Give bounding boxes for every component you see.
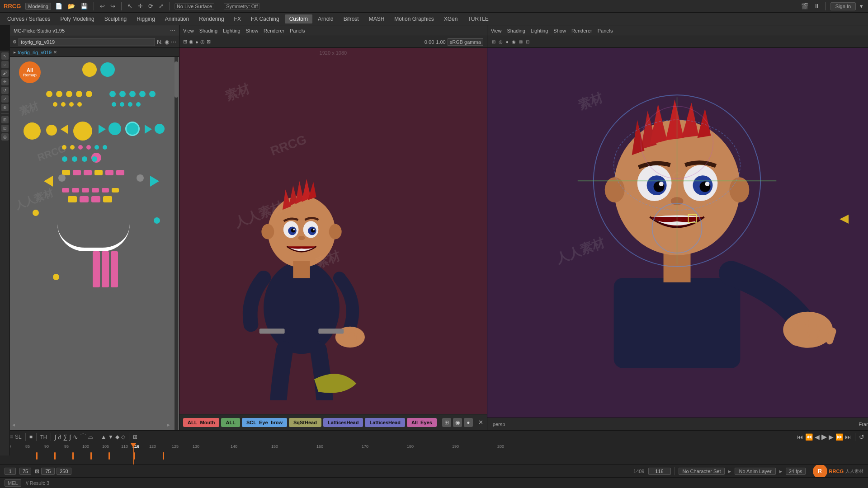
rotate-tool-icon[interactable]: ↺: [1, 87, 9, 94]
menu-item-xgen[interactable]: XGen: [439, 14, 462, 23]
tab-all-mouth[interactable]: ALL_Mouth: [183, 418, 219, 427]
large-dot-left[interactable]: [24, 122, 41, 140]
picker-canvas[interactable]: 素材 RRCG 人人素材 All Remap: [10, 57, 179, 430]
pink-col-2[interactable]: [102, 251, 109, 287]
picker-scroll-left[interactable]: ◂: [12, 422, 15, 428]
right-mid-dot[interactable]: [137, 174, 144, 182]
fd-2[interactable]: [73, 170, 81, 175]
ld-6[interactable]: [112, 188, 119, 192]
sdot-c11[interactable]: [103, 145, 107, 150]
menu-item-turtle[interactable]: TURTLE: [463, 14, 493, 23]
tl-icon-stop[interactable]: ■: [29, 434, 33, 440]
ld-2[interactable]: [72, 188, 79, 192]
tl-icon-3[interactable]: SL: [15, 434, 22, 440]
yellow-bot-dot[interactable]: [53, 274, 59, 280]
small-yellow-dot[interactable]: [33, 210, 39, 216]
picker-scrollbar-thumb[interactable]: [175, 61, 178, 98]
mode-selector[interactable]: Modeling: [25, 3, 51, 10]
select-tool-icon[interactable]: ↖: [1, 52, 9, 60]
dot-y2[interactable]: [56, 91, 62, 97]
tl-curve-6[interactable]: ⌒: [80, 433, 86, 441]
cv-tool-5[interactable]: ⊠: [207, 39, 211, 45]
small-center-circle[interactable]: [58, 174, 66, 182]
cv-panels-menu[interactable]: Panels: [290, 28, 305, 33]
transport-prev-key[interactable]: ⏪: [805, 433, 813, 441]
color-yellow-btn[interactable]: [82, 62, 97, 77]
cbot-2[interactable]: [72, 156, 77, 162]
dot-c5[interactable]: [149, 91, 156, 97]
ld-1[interactable]: [62, 188, 69, 192]
center-large-dot[interactable]: [73, 122, 92, 141]
rig-tree-label[interactable]: toyrig_rig_v019: [18, 50, 52, 55]
dot-c3[interactable]: [129, 91, 136, 97]
tl-key-3[interactable]: ◆: [115, 434, 119, 440]
fd-5[interactable]: [105, 170, 113, 175]
menu-item-fx[interactable]: FX: [230, 14, 245, 23]
cyan-dot-far-right[interactable]: [155, 124, 165, 134]
ld-4[interactable]: [92, 188, 99, 192]
scale-icon[interactable]: ⤢: [157, 3, 165, 9]
picker-scroll-right[interactable]: ▸: [167, 422, 170, 428]
key-4[interactable]: [90, 452, 92, 460]
tl-curve-2[interactable]: ∂: [58, 433, 61, 441]
end-frame-field[interactable]: 75: [19, 468, 31, 475]
dot-y1[interactable]: [46, 91, 52, 97]
cv-value1[interactable]: 0.00: [425, 39, 434, 45]
menu-item-curves[interactable]: Curves / Surfaces: [3, 14, 55, 23]
transport-prev-frame[interactable]: ◀: [815, 433, 820, 441]
menu-item-arnold[interactable]: Arnold: [313, 14, 338, 23]
dot-c7[interactable]: [120, 102, 124, 107]
mouth-shape[interactable]: [57, 224, 130, 251]
cbot-4[interactable]: [92, 156, 97, 162]
tl-curve-1[interactable]: ∫: [55, 433, 57, 441]
sign-in-button[interactable]: Sign In: [830, 2, 856, 10]
save-icon[interactable]: 💾: [79, 3, 89, 9]
soft-select-icon[interactable]: ◎: [1, 133, 9, 141]
menu-item-rigging[interactable]: Rigging: [132, 14, 160, 23]
picker-tabs-close[interactable]: ✕: [478, 419, 483, 426]
transport-skip-end[interactable]: ⏭: [845, 433, 851, 441]
start-frame-field[interactable]: 1: [5, 468, 16, 475]
timeline-playhead-marker[interactable]: [131, 443, 136, 448]
sdot-c10[interactable]: [94, 145, 99, 150]
menu-item-motion-graphics[interactable]: Motion Graphics: [390, 14, 438, 23]
tab-icon-2[interactable]: ◉: [453, 418, 462, 427]
cv-show-menu[interactable]: Show: [246, 28, 259, 33]
tab-icon-1[interactable]: ⊞: [442, 418, 451, 427]
dot-c9[interactable]: [136, 102, 141, 107]
rv-view-menu[interactable]: View: [491, 28, 502, 33]
range-start-field[interactable]: 75: [41, 468, 55, 475]
play-left-btn[interactable]: [44, 176, 53, 187]
dot-y9[interactable]: [77, 102, 82, 107]
tab-lattices-head-1[interactable]: LatticesHead: [323, 418, 363, 427]
ld2-3[interactable]: [91, 196, 100, 202]
sdot-pink-2[interactable]: [86, 145, 91, 150]
tl-curve-3[interactable]: ∑: [63, 433, 67, 441]
scale-tool-icon[interactable]: ⤢: [1, 95, 9, 103]
transport-play[interactable]: ▶: [821, 432, 827, 441]
universal-manip-icon[interactable]: ⊕: [1, 104, 9, 111]
rv-t6[interactable]: ⊡: [525, 39, 530, 44]
cyan-large-dot-1[interactable]: [108, 122, 121, 135]
cv-tool-1[interactable]: ⊞: [183, 39, 187, 45]
medium-dot-1[interactable]: [46, 125, 57, 136]
key-5[interactable]: [108, 452, 110, 460]
picker-scrollbar[interactable]: [175, 57, 178, 430]
rv-t2[interactable]: ◎: [498, 39, 504, 44]
menu-item-poly[interactable]: Poly Modeling: [56, 14, 99, 23]
tl-curve-4[interactable]: ∫: [69, 433, 71, 441]
remap-button[interactable]: All Remap: [19, 61, 41, 83]
fd-4[interactable]: [94, 170, 103, 175]
paint-tool-icon[interactable]: 🖌: [1, 70, 9, 77]
dot-y7[interactable]: [61, 102, 66, 107]
menu-item-animation[interactable]: Animation: [160, 14, 193, 23]
tl-curve-5[interactable]: ∿: [73, 433, 78, 441]
fd-6[interactable]: [116, 170, 124, 175]
arrow-right-2[interactable]: [145, 125, 152, 134]
tl-icon-th[interactable]: TH: [40, 434, 47, 440]
cv-lighting-menu[interactable]: Lighting: [223, 28, 241, 33]
menu-item-sculpting[interactable]: Sculpting: [100, 14, 131, 23]
undo-icon[interactable]: ↩: [99, 3, 106, 9]
cbot-3[interactable]: [82, 156, 87, 162]
rig-options-icon[interactable]: N:: [157, 38, 163, 45]
